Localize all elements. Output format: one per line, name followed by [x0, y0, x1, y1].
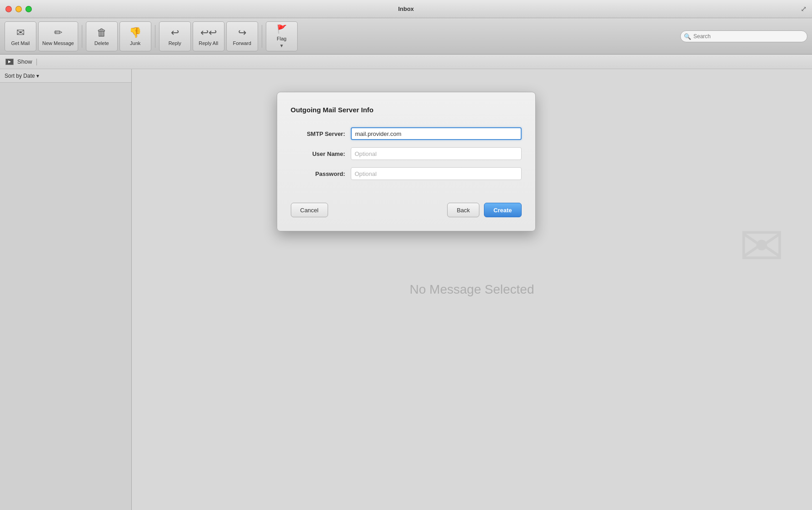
- reply-all-icon: ↩↩: [200, 27, 217, 39]
- junk-icon: 👎: [129, 27, 141, 39]
- fullscreen-button[interactable]: ⤢: [801, 5, 807, 13]
- username-label: User Name:: [291, 150, 345, 157]
- show-bar: Show |: [0, 55, 812, 69]
- delete-label: Delete: [95, 40, 109, 46]
- junk-button[interactable]: 👎 Junk: [120, 21, 151, 51]
- reply-all-button[interactable]: ↩↩ Reply All: [193, 21, 224, 51]
- password-input[interactable]: [351, 167, 522, 180]
- junk-label: Junk: [130, 40, 140, 46]
- forward-button[interactable]: ↪ Forward: [226, 21, 258, 51]
- password-row: Password:: [291, 167, 522, 180]
- back-button[interactable]: Back: [447, 203, 479, 217]
- delete-icon: 🗑: [97, 27, 107, 39]
- dialog-title: Outgoing Mail Server Info: [291, 106, 522, 114]
- separator-3: [262, 25, 262, 48]
- show-bar-divider: |: [36, 58, 38, 66]
- cancel-button[interactable]: Cancel: [291, 203, 328, 217]
- maximize-button[interactable]: [25, 6, 32, 12]
- dialog-overlay: Outgoing Mail Server Info SMTP Server: U…: [0, 69, 812, 510]
- flag-icon: 🚩: [277, 24, 287, 34]
- smtp-row: SMTP Server:: [291, 127, 522, 140]
- separator-2: [155, 25, 155, 48]
- get-mail-label: Get Mail: [11, 40, 30, 46]
- delete-button[interactable]: 🗑 Delete: [86, 21, 118, 51]
- flag-dropdown-arrow: ▼: [279, 43, 284, 48]
- title-bar: Inbox ⤢: [0, 0, 812, 18]
- separator-1: [82, 25, 82, 48]
- reply-button[interactable]: ↩ Reply: [159, 21, 191, 51]
- show-label[interactable]: Show: [17, 58, 32, 65]
- close-button[interactable]: [5, 6, 12, 12]
- reply-all-label: Reply All: [199, 40, 218, 46]
- forward-label: Forward: [233, 40, 251, 46]
- create-button[interactable]: Create: [484, 203, 521, 217]
- search-icon: 🔍: [684, 33, 691, 40]
- get-mail-button[interactable]: ✉ Get Mail: [5, 21, 36, 51]
- reply-label: Reply: [169, 40, 181, 46]
- new-message-icon: ✏: [54, 27, 62, 39]
- new-message-label: New Message: [42, 40, 74, 46]
- window-controls: [5, 6, 32, 12]
- reply-icon: ↩: [171, 27, 179, 39]
- flag-button[interactable]: 🚩 Flag ▼: [266, 21, 298, 51]
- toolbar: ✉ Get Mail ✏ New Message 🗑 Delete 👎 Junk…: [0, 18, 812, 55]
- smtp-server-input[interactable]: [351, 127, 522, 140]
- main-area: Sort by Date ▾ ✉ No Message Selected Out…: [0, 69, 812, 510]
- username-row: User Name:: [291, 147, 522, 160]
- minimize-button[interactable]: [15, 6, 22, 12]
- get-mail-icon: ✉: [16, 27, 25, 39]
- flag-label: Flag: [277, 36, 286, 41]
- username-input[interactable]: [351, 147, 522, 160]
- password-label: Password:: [291, 170, 345, 177]
- search-input[interactable]: [680, 30, 807, 42]
- forward-icon: ↪: [238, 27, 246, 39]
- show-icon[interactable]: [5, 59, 14, 65]
- window-title: Inbox: [398, 5, 414, 12]
- search-container: 🔍: [680, 30, 807, 42]
- smtp-label: SMTP Server:: [291, 130, 345, 137]
- outgoing-mail-dialog: Outgoing Mail Server Info SMTP Server: U…: [277, 92, 536, 231]
- btn-group-right: Back Create: [447, 203, 521, 217]
- new-message-button[interactable]: ✏ New Message: [38, 21, 78, 51]
- dialog-buttons: Cancel Back Create: [291, 198, 522, 217]
